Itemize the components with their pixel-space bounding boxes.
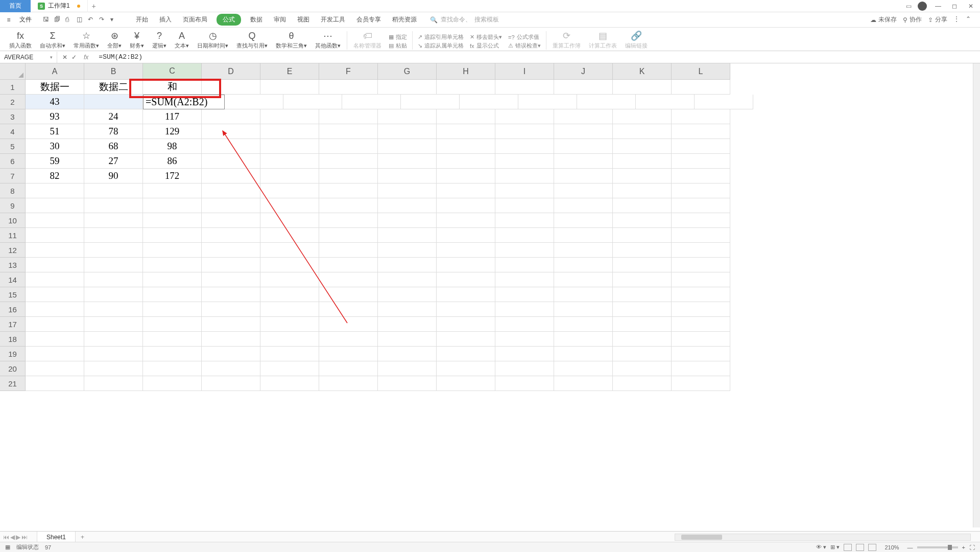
cell-B12[interactable] — [84, 243, 143, 258]
cell-E5[interactable] — [260, 139, 319, 154]
cell-J15[interactable] — [554, 287, 613, 302]
row-header-1[interactable]: 1 — [0, 80, 26, 95]
row-header-11[interactable]: 11 — [0, 228, 26, 243]
cell-G19[interactable] — [378, 347, 437, 361]
cell-L12[interactable] — [672, 243, 730, 258]
cell-L13[interactable] — [672, 258, 730, 272]
display-settings-icon[interactable]: ⊞ ▾ — [830, 544, 840, 550]
cell-E18[interactable] — [260, 332, 319, 347]
row-header-2[interactable]: 2 — [0, 95, 26, 109]
cell-F20[interactable] — [319, 361, 378, 376]
cell-H14[interactable] — [437, 272, 495, 287]
cell-G1[interactable] — [378, 80, 437, 95]
last-sheet-button[interactable]: ⏭ — [21, 534, 28, 541]
cell-I9[interactable] — [495, 198, 554, 213]
cell-A8[interactable] — [26, 183, 84, 198]
cell-L21[interactable] — [672, 376, 730, 391]
cell-G21[interactable] — [378, 376, 437, 391]
cell-L16[interactable] — [672, 302, 730, 317]
insert-function-button[interactable]: fx插入函数 — [5, 31, 36, 50]
cell-C7[interactable]: 172 — [143, 169, 202, 183]
eye-icon[interactable]: 👁 ▾ — [816, 544, 826, 550]
cell-H20[interactable] — [437, 361, 495, 376]
cell-D5[interactable] — [202, 139, 260, 154]
cell-B16[interactable] — [84, 302, 143, 317]
cell-G17[interactable] — [378, 317, 437, 332]
cell-A11[interactable] — [26, 228, 84, 243]
cell-G11[interactable] — [378, 228, 437, 243]
prev-sheet-button[interactable]: ◀ — [10, 534, 15, 541]
cell-B18[interactable] — [84, 332, 143, 347]
cell-A6[interactable]: 59 — [26, 154, 84, 169]
cell-K8[interactable] — [613, 183, 672, 198]
col-header-I[interactable]: I — [495, 63, 554, 80]
home-tab[interactable]: 首页 — [0, 0, 31, 12]
cancel-button[interactable]: ✕ — [62, 54, 67, 61]
cell-E1[interactable] — [260, 80, 319, 95]
cell-B19[interactable] — [84, 347, 143, 361]
cell-H2[interactable] — [460, 95, 518, 109]
cell-H5[interactable] — [437, 139, 495, 154]
datetime-button[interactable]: ◷日期和时间▾ — [193, 31, 232, 50]
sheet-tab-1[interactable]: Sheet1 — [37, 532, 76, 543]
cell-F4[interactable] — [319, 124, 378, 139]
row-header-3[interactable]: 3 — [0, 109, 26, 124]
avatar[interactable] — [918, 2, 927, 11]
cell-G10[interactable] — [378, 213, 437, 228]
cell-E15[interactable] — [260, 287, 319, 302]
cell-F6[interactable] — [319, 154, 378, 169]
cell-H1[interactable] — [437, 80, 495, 95]
row-header-10[interactable]: 10 — [0, 213, 26, 228]
cell-H12[interactable] — [437, 243, 495, 258]
cell-L10[interactable] — [672, 213, 730, 228]
cell-H9[interactable] — [437, 198, 495, 213]
share-button[interactable]: ⇪ 分享 — [928, 15, 947, 24]
normal-view-button[interactable] — [844, 544, 852, 551]
cell-G15[interactable] — [378, 287, 437, 302]
col-header-B[interactable]: B — [84, 63, 143, 80]
cell-B15[interactable] — [84, 287, 143, 302]
cell-F2[interactable] — [342, 95, 401, 109]
cell-K18[interactable] — [613, 332, 672, 347]
row-header-4[interactable]: 4 — [0, 124, 26, 139]
cell-K20[interactable] — [613, 361, 672, 376]
options-icon[interactable]: ▦ — [5, 544, 10, 550]
col-header-A[interactable]: A — [26, 63, 84, 80]
zoom-in-button[interactable]: + — [962, 544, 965, 550]
cell-F11[interactable] — [319, 228, 378, 243]
cell-E13[interactable] — [260, 258, 319, 272]
cell-J12[interactable] — [554, 243, 613, 258]
cell-D19[interactable] — [202, 347, 260, 361]
cell-F12[interactable] — [319, 243, 378, 258]
cell-L4[interactable] — [672, 124, 730, 139]
cell-K1[interactable] — [613, 80, 672, 95]
cell-H10[interactable] — [437, 213, 495, 228]
row-header-17[interactable]: 17 — [0, 317, 26, 332]
col-header-H[interactable]: H — [437, 63, 495, 80]
cell-B10[interactable] — [84, 213, 143, 228]
cell-H4[interactable] — [437, 124, 495, 139]
cell-K14[interactable] — [613, 272, 672, 287]
cell-I3[interactable] — [495, 109, 554, 124]
hamburger-icon[interactable]: ≡ — [4, 15, 13, 25]
lookup-button[interactable]: Q查找与引用▾ — [232, 31, 272, 50]
cell-K19[interactable] — [613, 347, 672, 361]
cell-I14[interactable] — [495, 272, 554, 287]
cell-B6[interactable]: 27 — [84, 154, 143, 169]
page-break-button[interactable] — [868, 544, 876, 551]
cell-G7[interactable] — [378, 169, 437, 183]
col-header-G[interactable]: G — [378, 63, 437, 80]
cell-F14[interactable] — [319, 272, 378, 287]
row-header-15[interactable]: 15 — [0, 287, 26, 302]
cell-G13[interactable] — [378, 258, 437, 272]
cell-L19[interactable] — [672, 347, 730, 361]
cell-L1[interactable] — [672, 80, 730, 95]
cell-L14[interactable] — [672, 272, 730, 287]
cell-J10[interactable] — [554, 213, 613, 228]
scrollbar-thumb[interactable] — [681, 535, 722, 540]
cell-G16[interactable] — [378, 302, 437, 317]
cell-K15[interactable] — [613, 287, 672, 302]
cell-G3[interactable] — [378, 109, 437, 124]
cell-E2[interactable] — [283, 95, 342, 109]
tab-start[interactable]: 开始 — [134, 14, 150, 26]
